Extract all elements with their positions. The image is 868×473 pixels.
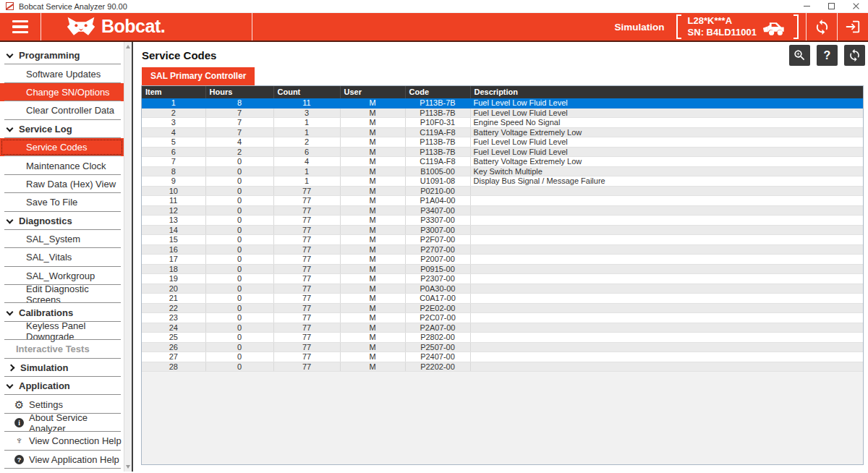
- close-button[interactable]: [843, 0, 868, 12]
- help-button[interactable]: ?: [817, 45, 838, 66]
- cell-description: [470, 196, 863, 206]
- table-row[interactable]: 18077MP0915-00: [142, 264, 863, 274]
- sidebar-item-edit-diagnostic-screens[interactable]: Edit Diagnostic Screens: [0, 285, 124, 303]
- table-row[interactable]: 371MP10F0-31Engine Speed No Signal: [142, 118, 863, 128]
- column-header-user[interactable]: User: [340, 86, 405, 98]
- sidebar-item-sal-system[interactable]: SAL_System: [0, 230, 124, 248]
- sidebar-section-service-log[interactable]: Service Log: [0, 120, 124, 138]
- sidebar-item-view-application-help[interactable]: View Application Help: [0, 451, 124, 469]
- cell-user: M: [340, 216, 405, 226]
- table-row[interactable]: 15077MP2F07-00: [142, 235, 863, 245]
- cell-code: P2007-00: [405, 255, 470, 265]
- minimize-icon: [804, 6, 810, 7]
- table-row[interactable]: 25077MP2802-00: [142, 333, 863, 343]
- scroll-up-icon[interactable]: [126, 45, 130, 48]
- sign-in-button[interactable]: [838, 13, 868, 41]
- table-row[interactable]: 28077MP2202-00: [142, 362, 863, 372]
- sidebar-item-clear-controller-data[interactable]: Clear Controller Data: [0, 101, 124, 119]
- machine-info[interactable]: L28*K***A SN: B4LD11001: [676, 13, 799, 41]
- column-header-description[interactable]: Description: [470, 86, 863, 98]
- table-row[interactable]: 20077MP0A30-00: [142, 284, 863, 294]
- sidebar-item-sal-vitals[interactable]: SAL_Vitals: [0, 248, 124, 266]
- table-row[interactable]: 24077MP2A07-00: [142, 323, 863, 333]
- sidebar-section-simulation[interactable]: Simulation: [0, 359, 124, 377]
- cell-description: Fuel Level Low Fluid Level: [470, 98, 863, 108]
- sidebar-section-application[interactable]: Application: [0, 377, 124, 395]
- table-row[interactable]: 17077MP2007-00: [142, 255, 863, 265]
- table-row[interactable]: 542MP113B-7BFuel Level Low Fluid Level: [142, 137, 863, 148]
- cell-item: 4: [142, 127, 205, 137]
- refresh-table-button[interactable]: [844, 45, 865, 66]
- cell-user: M: [340, 157, 405, 167]
- scroll-down-icon[interactable]: [126, 465, 130, 469]
- table-row[interactable]: 21077MC0A17-00: [142, 294, 863, 304]
- table-row[interactable]: 10077MP0210-00: [142, 186, 863, 196]
- window-title: Bobcat Service Analyzer 90.00: [19, 2, 127, 11]
- sidebar-item-software-updates[interactable]: Software Updates: [0, 64, 124, 82]
- column-header-code[interactable]: Code: [405, 86, 470, 98]
- sidebar-section-calibrations[interactable]: Calibrations: [0, 303, 124, 321]
- menu-button[interactable]: [0, 13, 41, 41]
- table-row[interactable]: 22077MP2E02-00: [142, 303, 863, 313]
- sidebar-item-raw-data-hex-view[interactable]: Raw Data (Hex) View: [0, 175, 124, 193]
- maximize-button[interactable]: [819, 0, 843, 12]
- cell-item: 13: [142, 216, 205, 226]
- cell-description: [470, 274, 863, 284]
- table-row[interactable]: 1811MP113B-7BFuel Level Low Fluid Level: [142, 98, 863, 108]
- refresh-connection-button[interactable]: [807, 13, 837, 41]
- cell-description: Key Switch Multiple: [470, 166, 863, 176]
- column-header-item[interactable]: Item: [142, 86, 205, 98]
- sidebar-scrollbar[interactable]: [124, 42, 132, 472]
- table-row[interactable]: 12077MP3407-00: [142, 205, 863, 216]
- sidebar-item-sal-workgroup[interactable]: SAL_Workgroup: [0, 267, 124, 285]
- sidebar-item-view-connection-help[interactable]: View Connection Help: [0, 432, 124, 450]
- cell-user: M: [340, 342, 405, 352]
- sidebar-section-diagnostics[interactable]: Diagnostics: [0, 212, 124, 230]
- sidebar-item-maintenance-clock[interactable]: Maintenance Clock: [0, 156, 124, 174]
- cell-description: Fuel Level Low Fluid Level: [470, 147, 863, 157]
- sidebar-item-service-codes[interactable]: Service Codes: [0, 138, 124, 156]
- column-header-count[interactable]: Count: [273, 86, 340, 98]
- cell-count: 77: [273, 264, 340, 274]
- sidebar-item-keyless-panel-downgrade[interactable]: Keyless Panel Downgrade: [0, 322, 124, 340]
- cell-user: M: [340, 225, 405, 235]
- zoom-button[interactable]: [789, 45, 810, 66]
- table-row[interactable]: 14077MP3007-00: [142, 225, 863, 235]
- cell-item: 9: [142, 176, 205, 187]
- table-row[interactable]: 23077MP2C07-00: [142, 313, 863, 323]
- cell-hours: 7: [205, 127, 273, 137]
- sidebar-item-save-to-file[interactable]: Save To File: [0, 193, 124, 211]
- sign-in-icon: [845, 19, 861, 35]
- table-row[interactable]: 901MU1091-08Display Bus Signal / Message…: [142, 176, 863, 187]
- cell-hours: 2: [205, 147, 273, 157]
- sidebar-item-about-service-analyzer[interactable]: About Service Analyzer: [0, 414, 124, 432]
- sidebar-item-change-sn-options[interactable]: Change SN/Options: [0, 83, 124, 101]
- sidebar-item-label: Diagnostics: [19, 216, 72, 226]
- table-row[interactable]: 801MB1005-00Key Switch Multiple: [142, 166, 863, 176]
- cell-item: 19: [142, 274, 205, 284]
- table-row[interactable]: 26077MP2507-00: [142, 342, 863, 352]
- table-row[interactable]: 11077MP1A04-00: [142, 196, 863, 206]
- table-row[interactable]: 704MC119A-F8Battery Voltage Extremely Lo…: [142, 157, 863, 167]
- table-row[interactable]: 27077MP2407-00: [142, 352, 863, 362]
- minimize-button[interactable]: [794, 0, 819, 12]
- cell-user: M: [340, 108, 405, 118]
- maximize-icon: [828, 3, 835, 9]
- column-header-hours[interactable]: Hours: [205, 86, 273, 98]
- sidebar-section-programming[interactable]: Programming: [0, 46, 124, 64]
- cell-user: M: [340, 362, 405, 372]
- cell-item: 24: [142, 323, 205, 333]
- sidebar-item-label: SAL_Vitals: [26, 252, 72, 263]
- table-row[interactable]: 471MC119A-F8Battery Voltage Extremely Lo…: [142, 127, 863, 137]
- sidebar-item-label: Calibrations: [19, 307, 73, 318]
- table-row[interactable]: 19077MP2307-00: [142, 274, 863, 284]
- table-row[interactable]: 16077MP2707-00: [142, 244, 863, 255]
- table-row[interactable]: 13077MP3307-00: [142, 216, 863, 226]
- tab-sal-primary-controller[interactable]: SAL Primary Controller: [142, 67, 255, 85]
- cell-description: Display Bus Signal / Message Failure: [470, 176, 863, 187]
- table-row[interactable]: 273MP113B-7BFuel Level Low Fluid Level: [142, 108, 863, 118]
- sidebar-item-settings[interactable]: Settings: [0, 395, 124, 413]
- table-row[interactable]: 626MP113B-7BFuel Level Low Fluid Level: [142, 147, 863, 157]
- sidebar-item-view-release-notes[interactable]: View Release Notes: [0, 469, 124, 472]
- cell-item: 28: [142, 362, 205, 372]
